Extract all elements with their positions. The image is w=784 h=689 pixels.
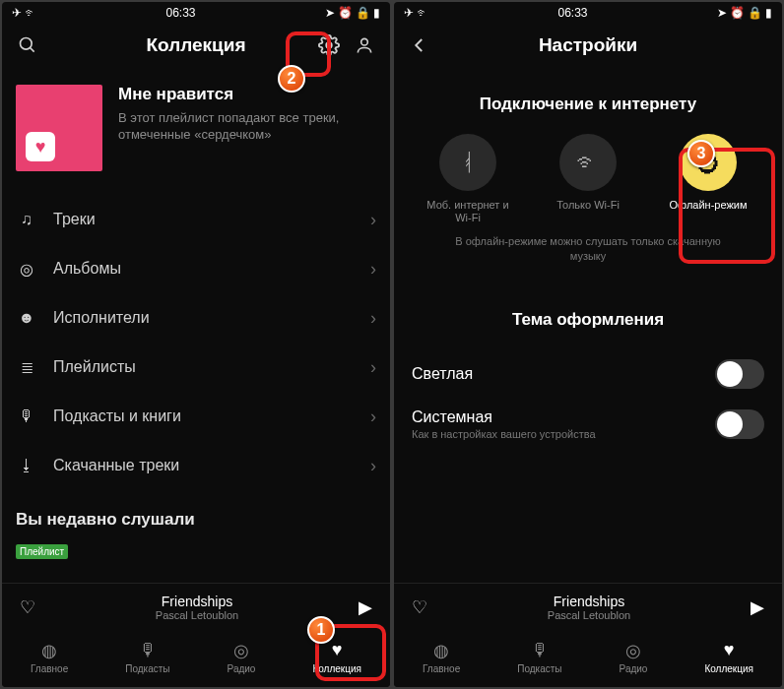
search-button[interactable] (14, 31, 41, 59)
menu-item-альбомы[interactable]: ◎ Альбомы › (16, 244, 376, 293)
menu-item-треки[interactable]: ♫ Треки › (16, 195, 376, 244)
np-like-button[interactable]: ♡ (412, 596, 427, 618)
wifi-icon: ᯤ (25, 6, 36, 20)
np-play-button[interactable]: ▶ (751, 596, 764, 618)
likes-artwork: ♥ (16, 85, 102, 171)
svg-point-3 (361, 38, 368, 45)
tab-icon: ◎ (233, 640, 249, 661)
connection-icon: ᯤ (559, 134, 617, 191)
lock-icon: 🔒 (356, 6, 370, 20)
menu-item-исполнители[interactable]: ☻ Исполнители › (16, 293, 376, 343)
recent-chip[interactable]: Плейлист (16, 544, 68, 559)
tab-icon: ◍ (41, 640, 57, 661)
location-icon: ➤ (325, 6, 335, 20)
tab-icon: ◍ (433, 640, 449, 661)
menu-icon: ♫ (16, 211, 37, 228)
status-bar: ✈ ᯤ 06:33 ➤ ⏰ 🔒 ▮ (394, 2, 782, 24)
lock-icon: 🔒 (748, 6, 762, 20)
tab-label: Подкасты (125, 663, 169, 674)
battery-icon: ▮ (765, 6, 772, 20)
menu-icon: ⭳ (16, 457, 37, 474)
tab-icon: 🎙 (139, 640, 157, 661)
tab-icon: ♥ (724, 640, 735, 661)
screen-settings: ✈ ᯤ 06:33 ➤ ⏰ 🔒 ▮ Настройки Подключение … (394, 2, 782, 687)
menu-label: Плейлисты (53, 358, 355, 376)
chevron-right-icon: › (370, 456, 376, 476)
menu-item-плейлисты[interactable]: ≣ Плейлисты › (16, 343, 376, 392)
recent-title: Вы недавно слушали (16, 510, 376, 530)
menu-label: Подкасты и книги (53, 407, 355, 425)
tab-label: Главное (31, 663, 68, 674)
header: Настройки (394, 24, 782, 67)
toggle-switch[interactable] (715, 409, 764, 439)
np-track: Friendships (49, 594, 345, 609)
menu-icon: ☻ (16, 309, 37, 327)
status-bar: ✈ ᯤ 06:33 ➤ ⏰ 🔒 ▮ (2, 2, 390, 24)
settings-button[interactable] (315, 31, 343, 59)
now-playing-bar[interactable]: ♡ Friendships Pascal Letoublon ▶ (394, 583, 782, 630)
alarm-icon: ⏰ (338, 6, 353, 20)
np-track: Friendships (441, 594, 737, 609)
menu-item-скачанные-треки[interactable]: ⭳ Скачанные треки › (16, 441, 376, 490)
now-playing-bar[interactable]: ♡ Friendships Pascal Letoublon ▶ (2, 583, 390, 630)
tab-label: Радио (228, 663, 256, 674)
menu-label: Скачанные треки (53, 457, 355, 474)
tab-главное[interactable]: ◍ Главное (31, 640, 68, 674)
header: Коллекция (2, 24, 390, 67)
connection-option[interactable]: ᯤ Только Wi-Fi (539, 134, 637, 224)
tab-подкасты[interactable]: 🎙 Подкасты (125, 640, 169, 674)
tab-label: Коллекция (312, 663, 361, 674)
tab-icon: ♥ (332, 640, 343, 661)
connection-option[interactable]: ⏻ Офлайн-режим (659, 134, 757, 224)
page-title: Коллекция (146, 34, 245, 56)
chevron-right-icon: › (370, 210, 376, 230)
location-icon: ➤ (717, 6, 727, 20)
tab-bar: ◍ Главное🎙 Подкасты◎ Радио♥ Коллекция (394, 630, 782, 687)
connection-option[interactable]: ᚮ Моб. интернет и Wi-Fi (419, 134, 517, 224)
theme-sub: Как в настройках вашего устройства (412, 428, 596, 440)
back-button[interactable] (406, 31, 433, 59)
tab-главное[interactable]: ◍ Главное (423, 640, 460, 674)
heart-icon: ♥ (26, 132, 55, 161)
menu-item-подкасты-и-книги[interactable]: 🎙 Подкасты и книги › (16, 392, 376, 441)
chevron-right-icon: › (370, 357, 376, 378)
profile-button[interactable] (351, 31, 378, 59)
connection-icon: ⏻ (680, 134, 737, 191)
svg-point-2 (326, 42, 332, 48)
tab-радио[interactable]: ◎ Радио (620, 640, 648, 674)
screen-collection: ✈ ᯤ 06:33 ➤ ⏰ 🔒 ▮ Коллекция (2, 2, 390, 687)
airplane-icon: ✈ (12, 6, 22, 20)
tab-радио[interactable]: ◎ Радио (228, 640, 256, 674)
battery-icon: ▮ (373, 6, 380, 20)
connection-label: Только Wi-Fi (556, 199, 620, 212)
toggle-switch[interactable] (715, 359, 764, 389)
page-title: Настройки (539, 34, 637, 56)
tab-label: Коллекция (704, 663, 753, 674)
tab-label: Подкасты (517, 663, 561, 674)
status-time: 06:33 (557, 6, 587, 20)
svg-point-0 (21, 38, 33, 50)
likes-title: Мне нравится (118, 85, 355, 104)
section-connection-title: Подключение к интернету (408, 94, 768, 114)
connection-icon: ᚮ (439, 134, 496, 191)
tab-коллекция[interactable]: ♥ Коллекция (312, 640, 361, 674)
np-artist: Pascal Letoublon (49, 609, 345, 621)
theme-option[interactable]: СистемнаяКак в настройках вашего устройс… (408, 399, 768, 450)
tab-коллекция[interactable]: ♥ Коллекция (704, 640, 753, 674)
tab-подкасты[interactable]: 🎙 Подкасты (517, 640, 561, 674)
chevron-right-icon: › (370, 407, 376, 427)
menu-icon: 🎙 (16, 407, 37, 425)
np-like-button[interactable]: ♡ (20, 596, 35, 618)
menu-icon: ≣ (16, 358, 37, 377)
connection-label: Моб. интернет и Wi-Fi (419, 199, 517, 224)
np-play-button[interactable]: ▶ (359, 596, 372, 618)
tab-icon: 🎙 (531, 640, 549, 661)
menu-label: Треки (53, 211, 355, 228)
chevron-right-icon: › (370, 308, 376, 329)
theme-label: Светлая (412, 365, 473, 383)
menu-label: Исполнители (53, 309, 355, 327)
likes-playlist-card[interactable]: ♥ Мне нравится В этот плейлист попадают … (16, 85, 376, 171)
theme-option[interactable]: Светлая (408, 349, 768, 399)
section-theme-title: Тема оформления (408, 310, 768, 330)
status-time: 06:33 (165, 6, 195, 20)
